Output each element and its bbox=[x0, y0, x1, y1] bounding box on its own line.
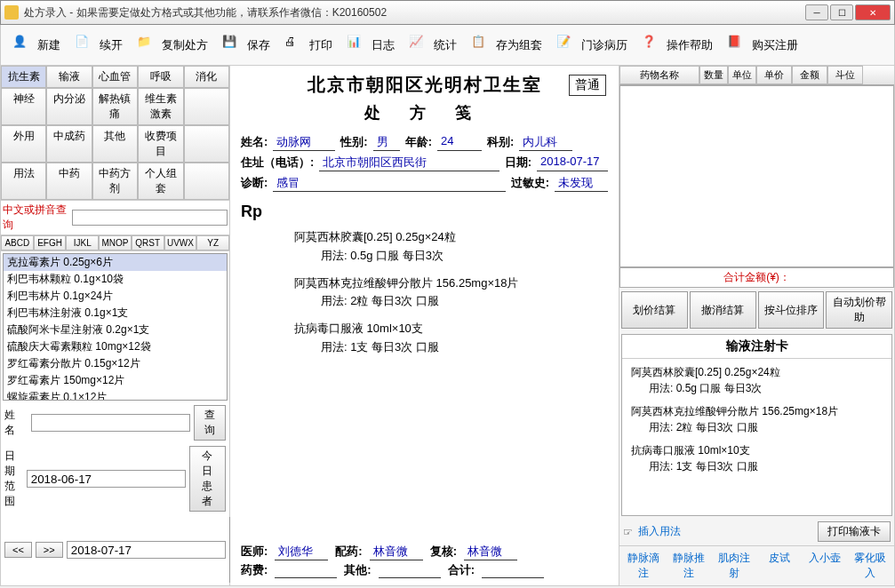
insert-usage-link[interactable]: 插入用法 bbox=[638, 524, 681, 539]
link-雾化吸入[interactable]: 雾化吸入 bbox=[849, 548, 892, 584]
drug-item[interactable]: 硫酸阿米卡星注射液 0.2g×1支 bbox=[4, 322, 227, 338]
category-解热镇痛[interactable]: 解热镇痛 bbox=[92, 88, 138, 125]
search-input[interactable] bbox=[72, 210, 228, 226]
toolbar-打印[interactable]: 🖨打印 bbox=[278, 30, 339, 60]
toolbar-统计[interactable]: 📈统计 bbox=[403, 30, 463, 60]
patient-address[interactable]: 北京市朝阳区西民街 bbox=[319, 155, 499, 171]
rx-drug-item[interactable]: 阿莫西林胶囊[0.25] 0.25g×24粒用法: 0.5g 口服 每日3次 bbox=[294, 228, 608, 266]
rx-drug-item[interactable]: 阿莫西林克拉维酸钾分散片 156.25mg×18片用法: 2粒 每日3次 口服 bbox=[294, 274, 608, 312]
toolbar-icon: 📈 bbox=[409, 35, 430, 56]
alpha-ABCD[interactable]: ABCD bbox=[1, 235, 34, 250]
category-中药方剂[interactable]: 中药方剂 bbox=[92, 163, 138, 200]
patient-age[interactable]: 24 bbox=[437, 134, 482, 151]
table-col-金额[interactable]: 金额 bbox=[792, 66, 827, 84]
category-用法[interactable]: 用法 bbox=[1, 163, 46, 200]
alpha-MNOP[interactable]: MNOP bbox=[99, 235, 132, 250]
category-中药[interactable]: 中药 bbox=[46, 163, 92, 200]
drug-item[interactable]: 罗红霉素分散片 0.15g×12片 bbox=[4, 355, 227, 372]
drug-item[interactable]: 利巴韦林片 0.1g×24片 bbox=[4, 288, 227, 305]
category-外用[interactable]: 外用 bbox=[1, 125, 46, 163]
checker[interactable]: 林音微 bbox=[464, 544, 517, 560]
link-皮试[interactable]: 皮试 bbox=[758, 548, 802, 584]
close-button[interactable]: ✕ bbox=[855, 4, 891, 20]
patient-name[interactable]: 动脉网 bbox=[273, 134, 335, 151]
print-injection-button[interactable]: 打印输液卡 bbox=[818, 521, 891, 542]
minimize-button[interactable]: ─ bbox=[805, 4, 828, 20]
table-col-药物名称[interactable]: 药物名称 bbox=[619, 66, 699, 84]
date-to-input[interactable] bbox=[67, 541, 226, 559]
category-维生素激素[interactable]: 维生素激素 bbox=[138, 88, 183, 125]
drug-item[interactable]: 硫酸庆大霉素颗粒 10mg×12袋 bbox=[4, 338, 227, 355]
category-神经[interactable]: 神经 bbox=[1, 88, 46, 125]
toolbar-存为组套[interactable]: 📋存为组套 bbox=[465, 30, 548, 60]
date-range-label: 日期范围 bbox=[4, 449, 23, 509]
category-呼吸[interactable]: 呼吸 bbox=[138, 66, 183, 88]
drug-item[interactable]: 利巴韦林注射液 0.1g×1支 bbox=[4, 305, 227, 322]
toolbar-icon: 📝 bbox=[556, 35, 578, 56]
date-from-input[interactable] bbox=[27, 470, 186, 488]
prev-button[interactable]: << bbox=[4, 542, 32, 558]
toolbar-续开[interactable]: 📄续开 bbox=[68, 30, 129, 60]
toolbar-购买注册[interactable]: 📕购买注册 bbox=[721, 30, 804, 60]
drug-item[interactable]: 罗红霉素片 150mg×12片 bbox=[4, 372, 227, 389]
table-col-斗位[interactable]: 斗位 bbox=[827, 66, 863, 84]
btn-划价结算[interactable]: 划价结算 bbox=[621, 291, 688, 329]
name-label: 姓 名 bbox=[4, 408, 28, 438]
category- bbox=[184, 88, 229, 125]
dispenser[interactable]: 林音微 bbox=[370, 544, 423, 560]
alpha-YZ[interactable]: YZ bbox=[196, 235, 229, 250]
category-个人组套[interactable]: 个人组套 bbox=[138, 163, 183, 200]
category-其他[interactable]: 其他 bbox=[92, 125, 138, 163]
toolbar-日志[interactable]: 📊日志 bbox=[340, 30, 401, 60]
table-col-数量[interactable]: 数量 bbox=[699, 66, 728, 84]
table-col-单价[interactable]: 单价 bbox=[756, 66, 792, 84]
drug-list[interactable]: 克拉霉素片 0.25g×6片利巴韦林颗粒 0.1g×10袋利巴韦林片 0.1g×… bbox=[3, 253, 228, 401]
rx-drug-item[interactable]: 抗病毒口服液 10ml×10支用法: 1支 每日3次 口服 bbox=[294, 320, 608, 357]
drug-item[interactable]: 克拉霉素片 0.25g×6片 bbox=[4, 254, 227, 271]
link-入小壶[interactable]: 入小壶 bbox=[803, 548, 847, 584]
today-patient-button[interactable]: 今日患者 bbox=[189, 446, 226, 512]
total-fee[interactable] bbox=[482, 562, 544, 578]
toolbar-复制处方[interactable]: 📁复制处方 bbox=[131, 30, 214, 60]
category-收费项目[interactable]: 收费项目 bbox=[138, 125, 183, 163]
link-静脉推注[interactable]: 静脉推注 bbox=[667, 548, 710, 584]
allergy[interactable]: 未发现 bbox=[555, 175, 608, 192]
toolbar-门诊病历[interactable]: 📝门诊病历 bbox=[550, 30, 634, 60]
rx-body[interactable]: 阿莫西林胶囊[0.25] 0.25g×24粒用法: 0.5g 口服 每日3次阿莫… bbox=[241, 228, 608, 542]
department[interactable]: 内儿科 bbox=[519, 134, 572, 151]
rx-date[interactable]: 2018-07-17 bbox=[537, 155, 608, 171]
category-输液[interactable]: 输液 bbox=[46, 66, 92, 88]
diagnosis[interactable]: 感冒 bbox=[273, 175, 505, 192]
btn-自动划价帮助[interactable]: 自动划价帮助 bbox=[826, 291, 892, 329]
link-静脉滴注[interactable]: 静脉滴注 bbox=[621, 548, 665, 584]
category-抗生素[interactable]: 抗生素 bbox=[1, 66, 46, 88]
category-心血管[interactable]: 心血管 bbox=[92, 66, 138, 88]
category-grid: 抗生素输液心血管呼吸消化神经内分泌解热镇痛维生素激素外用中成药其他收费项目用法中… bbox=[1, 66, 229, 201]
maximize-button[interactable]: ☐ bbox=[830, 4, 853, 20]
category-中成药[interactable]: 中成药 bbox=[46, 125, 92, 163]
toolbar-操作帮助[interactable]: ❓操作帮助 bbox=[635, 30, 719, 60]
toolbar-新建[interactable]: 👤新建 bbox=[6, 30, 67, 60]
drug-fee[interactable] bbox=[275, 562, 337, 578]
drug-item[interactable]: 利巴韦林颗粒 0.1g×10袋 bbox=[4, 271, 227, 288]
inj-drug-item: 阿莫西林克拉维酸钾分散片 156.25mg×18片用法: 2粒 每日3次 口服 bbox=[631, 403, 883, 435]
other-fee[interactable] bbox=[379, 562, 441, 578]
toolbar-保存[interactable]: 💾保存 bbox=[216, 30, 276, 60]
price-table-body[interactable] bbox=[619, 85, 894, 267]
alpha-EFGH[interactable]: EFGH bbox=[34, 235, 67, 250]
doctor[interactable]: 刘德华 bbox=[275, 544, 328, 560]
patient-sex[interactable]: 男 bbox=[373, 134, 400, 151]
alpha-IJKL[interactable]: IJKL bbox=[66, 235, 99, 250]
link-肌肉注射[interactable]: 肌肉注射 bbox=[712, 548, 755, 584]
btn-按斗位排序[interactable]: 按斗位排序 bbox=[758, 291, 825, 329]
alpha-UVWX[interactable]: UVWX bbox=[164, 235, 197, 250]
drug-item[interactable]: 螺旋霉素片 0.1×12片 bbox=[4, 389, 227, 401]
name-input[interactable] bbox=[31, 414, 190, 432]
table-col-单位[interactable]: 单位 bbox=[728, 66, 756, 84]
category-消化[interactable]: 消化 bbox=[184, 66, 229, 88]
search-button[interactable]: 查 询 bbox=[194, 405, 226, 441]
category-内分泌[interactable]: 内分泌 bbox=[46, 88, 92, 125]
next-button[interactable]: >> bbox=[36, 542, 63, 558]
btn-撤消结算[interactable]: 撤消结算 bbox=[690, 291, 756, 329]
alpha-QRST[interactable]: QRST bbox=[132, 235, 164, 250]
